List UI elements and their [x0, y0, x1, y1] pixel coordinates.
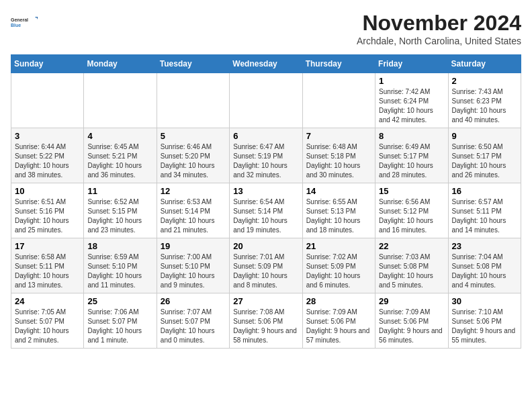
calendar-cell	[302, 73, 375, 128]
calendar-table: SundayMondayTuesdayWednesdayThursdayFrid…	[11, 54, 521, 349]
day-info: Sunrise: 6:54 AM Sunset: 5:14 PM Dayligh…	[233, 197, 298, 235]
day-info: Sunrise: 7:04 AM Sunset: 5:08 PM Dayligh…	[452, 253, 517, 290]
day-info: Sunrise: 6:50 AM Sunset: 5:17 PM Dayligh…	[452, 142, 517, 180]
weekday-header-row: SundayMondayTuesdayWednesdayThursdayFrid…	[11, 55, 521, 73]
day-info: Sunrise: 7:05 AM Sunset: 5:07 PM Dayligh…	[15, 308, 80, 345]
weekday-header-sunday: Sunday	[11, 55, 84, 73]
calendar-cell: 12Sunrise: 6:53 AM Sunset: 5:14 PM Dayli…	[157, 183, 229, 238]
week-row-2: 3Sunrise: 6:44 AM Sunset: 5:22 PM Daylig…	[11, 128, 521, 183]
calendar-cell: 15Sunrise: 6:56 AM Sunset: 5:12 PM Dayli…	[375, 183, 448, 238]
day-number: 19	[161, 241, 226, 251]
day-number: 30	[452, 296, 517, 306]
weekday-header-saturday: Saturday	[448, 55, 521, 73]
calendar-cell: 3Sunrise: 6:44 AM Sunset: 5:22 PM Daylig…	[11, 128, 84, 183]
day-number: 26	[161, 296, 226, 306]
calendar-cell: 7Sunrise: 6:48 AM Sunset: 5:18 PM Daylig…	[302, 128, 375, 183]
day-info: Sunrise: 7:09 AM Sunset: 5:06 PM Dayligh…	[379, 308, 444, 345]
day-number: 11	[87, 186, 152, 196]
week-row-4: 17Sunrise: 6:58 AM Sunset: 5:11 PM Dayli…	[11, 238, 521, 293]
day-number: 10	[15, 186, 80, 196]
day-number: 16	[452, 186, 517, 196]
week-row-1: 1Sunrise: 7:42 AM Sunset: 6:24 PM Daylig…	[11, 73, 521, 128]
day-info: Sunrise: 7:43 AM Sunset: 6:23 PM Dayligh…	[452, 87, 517, 125]
calendar-cell: 14Sunrise: 6:55 AM Sunset: 5:13 PM Dayli…	[302, 183, 375, 238]
day-info: Sunrise: 6:57 AM Sunset: 5:11 PM Dayligh…	[452, 197, 517, 235]
weekday-header-friday: Friday	[375, 55, 448, 73]
day-info: Sunrise: 6:45 AM Sunset: 5:21 PM Dayligh…	[87, 142, 152, 180]
day-info: Sunrise: 6:46 AM Sunset: 5:20 PM Dayligh…	[161, 142, 226, 180]
calendar-cell: 2Sunrise: 7:43 AM Sunset: 6:23 PM Daylig…	[448, 73, 521, 128]
day-number: 13	[233, 186, 298, 196]
day-number: 21	[306, 241, 371, 251]
day-number: 1	[379, 76, 444, 86]
day-number: 8	[379, 131, 444, 141]
day-info: Sunrise: 6:49 AM Sunset: 5:17 PM Dayligh…	[379, 142, 444, 180]
calendar-cell: 6Sunrise: 6:47 AM Sunset: 5:19 PM Daylig…	[230, 128, 302, 183]
day-info: Sunrise: 7:02 AM Sunset: 5:09 PM Dayligh…	[306, 253, 371, 290]
day-number: 27	[233, 296, 298, 306]
day-info: Sunrise: 7:03 AM Sunset: 5:08 PM Dayligh…	[379, 253, 444, 290]
calendar-cell: 24Sunrise: 7:05 AM Sunset: 5:07 PM Dayli…	[11, 293, 84, 349]
day-number: 3	[15, 131, 80, 141]
day-number: 6	[233, 131, 298, 141]
day-info: Sunrise: 6:55 AM Sunset: 5:13 PM Dayligh…	[306, 197, 371, 235]
page-header: General Blue November 2024 Archdale, Nor…	[11, 11, 521, 46]
day-info: Sunrise: 6:51 AM Sunset: 5:16 PM Dayligh…	[15, 197, 80, 235]
calendar-cell: 5Sunrise: 6:46 AM Sunset: 5:20 PM Daylig…	[157, 128, 229, 183]
calendar-cell: 20Sunrise: 7:01 AM Sunset: 5:09 PM Dayli…	[230, 238, 302, 293]
calendar-cell	[230, 73, 302, 128]
calendar-cell: 19Sunrise: 7:00 AM Sunset: 5:10 PM Dayli…	[157, 238, 229, 293]
calendar-cell: 25Sunrise: 7:06 AM Sunset: 5:07 PM Dayli…	[84, 293, 157, 349]
day-number: 24	[15, 296, 80, 306]
day-info: Sunrise: 6:52 AM Sunset: 5:15 PM Dayligh…	[87, 197, 152, 235]
calendar-cell: 1Sunrise: 7:42 AM Sunset: 6:24 PM Daylig…	[375, 73, 448, 128]
weekday-header-wednesday: Wednesday	[230, 55, 302, 73]
day-info: Sunrise: 7:08 AM Sunset: 5:06 PM Dayligh…	[233, 308, 298, 345]
calendar-cell: 10Sunrise: 6:51 AM Sunset: 5:16 PM Dayli…	[11, 183, 84, 238]
weekday-header-tuesday: Tuesday	[157, 55, 229, 73]
day-number: 15	[379, 186, 444, 196]
weekday-header-thursday: Thursday	[302, 55, 375, 73]
day-number: 7	[306, 131, 371, 141]
location-subtitle: Archdale, North Carolina, United States	[357, 36, 521, 46]
week-row-3: 10Sunrise: 6:51 AM Sunset: 5:16 PM Dayli…	[11, 183, 521, 238]
logo-svg: General Blue	[11, 11, 38, 35]
calendar-cell	[84, 73, 157, 128]
day-number: 5	[161, 131, 226, 141]
day-info: Sunrise: 6:56 AM Sunset: 5:12 PM Dayligh…	[379, 197, 444, 235]
day-number: 25	[87, 296, 152, 306]
day-number: 4	[87, 131, 152, 141]
day-number: 20	[233, 241, 298, 251]
week-row-5: 24Sunrise: 7:05 AM Sunset: 5:07 PM Dayli…	[11, 293, 521, 349]
day-number: 23	[452, 241, 517, 251]
calendar-cell: 18Sunrise: 6:59 AM Sunset: 5:10 PM Dayli…	[84, 238, 157, 293]
day-info: Sunrise: 7:09 AM Sunset: 5:06 PM Dayligh…	[306, 308, 371, 345]
calendar-cell: 17Sunrise: 6:58 AM Sunset: 5:11 PM Dayli…	[11, 238, 84, 293]
calendar-cell: 29Sunrise: 7:09 AM Sunset: 5:06 PM Dayli…	[375, 293, 448, 349]
day-number: 14	[306, 186, 371, 196]
day-info: Sunrise: 6:48 AM Sunset: 5:18 PM Dayligh…	[306, 142, 371, 180]
day-info: Sunrise: 7:01 AM Sunset: 5:09 PM Dayligh…	[233, 253, 298, 290]
title-block: November 2024 Archdale, North Carolina, …	[357, 11, 521, 46]
month-title: November 2024	[357, 11, 521, 36]
day-info: Sunrise: 6:58 AM Sunset: 5:11 PM Dayligh…	[15, 253, 80, 290]
calendar-cell: 4Sunrise: 6:45 AM Sunset: 5:21 PM Daylig…	[84, 128, 157, 183]
calendar-cell	[157, 73, 229, 128]
calendar-cell: 9Sunrise: 6:50 AM Sunset: 5:17 PM Daylig…	[448, 128, 521, 183]
day-number: 9	[452, 131, 517, 141]
day-number: 2	[452, 76, 517, 86]
calendar-cell: 11Sunrise: 6:52 AM Sunset: 5:15 PM Dayli…	[84, 183, 157, 238]
svg-text:General: General	[11, 17, 28, 22]
day-number: 12	[161, 186, 226, 196]
day-info: Sunrise: 7:00 AM Sunset: 5:10 PM Dayligh…	[161, 253, 226, 290]
calendar-cell: 13Sunrise: 6:54 AM Sunset: 5:14 PM Dayli…	[230, 183, 302, 238]
weekday-header-monday: Monday	[84, 55, 157, 73]
day-info: Sunrise: 6:44 AM Sunset: 5:22 PM Dayligh…	[15, 142, 80, 180]
calendar-cell: 21Sunrise: 7:02 AM Sunset: 5:09 PM Dayli…	[302, 238, 375, 293]
calendar-cell: 28Sunrise: 7:09 AM Sunset: 5:06 PM Dayli…	[302, 293, 375, 349]
day-info: Sunrise: 6:47 AM Sunset: 5:19 PM Dayligh…	[233, 142, 298, 180]
day-info: Sunrise: 7:42 AM Sunset: 6:24 PM Dayligh…	[379, 87, 444, 125]
day-info: Sunrise: 7:07 AM Sunset: 5:07 PM Dayligh…	[161, 308, 226, 345]
calendar-cell: 27Sunrise: 7:08 AM Sunset: 5:06 PM Dayli…	[230, 293, 302, 349]
day-number: 29	[379, 296, 444, 306]
